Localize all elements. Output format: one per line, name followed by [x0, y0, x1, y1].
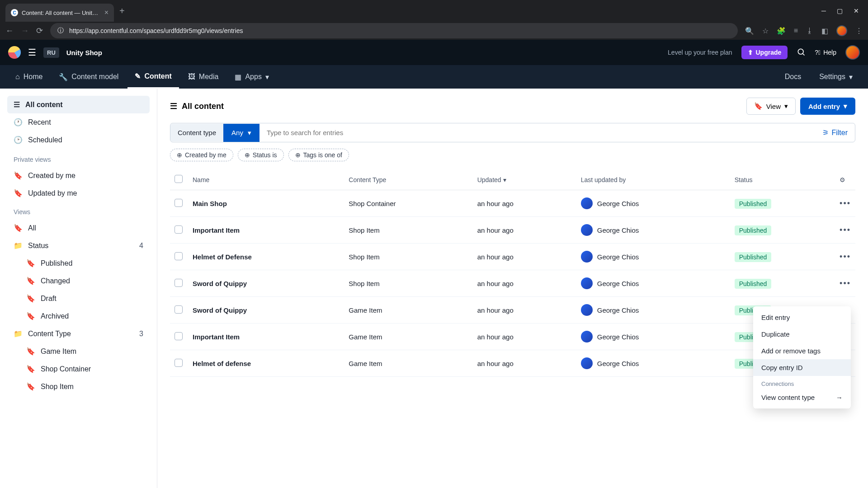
list-icon: ☰ — [14, 100, 20, 109]
nav-settings[interactable]: Settings ▾ — [812, 65, 860, 89]
row-checkbox[interactable] — [175, 225, 183, 234]
menu-copy-entry-id[interactable]: Copy entry ID — [753, 359, 851, 376]
extensions-icon[interactable]: 🧩 — [777, 27, 786, 35]
cell-name: Sword of Quippy — [188, 270, 344, 297]
profile-avatar-icon[interactable] — [836, 25, 847, 36]
browser-menu-icon[interactable]: ⋮ — [855, 27, 863, 35]
table-row[interactable]: Important Item Game Item an hour ago Geo… — [170, 324, 855, 350]
playlist-icon[interactable]: ≡ — [794, 27, 798, 35]
user-avatar-icon — [581, 331, 593, 343]
column-content-type[interactable]: Content Type — [344, 169, 472, 190]
sidebar-item-scheduled[interactable]: 🕑 Scheduled — [7, 131, 150, 149]
table-row[interactable]: Main Shop Shop Container an hour ago Geo… — [170, 190, 855, 217]
tab-title: Content: All content — Unity Sh — [22, 9, 101, 16]
minimize-icon[interactable]: ─ — [821, 7, 826, 14]
sidebar-item-status[interactable]: 📁 Status 4 — [7, 237, 150, 254]
sidebar-item-game-item[interactable]: 🔖Game Item — [20, 343, 150, 360]
cell-status: Published — [730, 190, 835, 217]
sidepanel-icon[interactable]: ◧ — [821, 27, 828, 35]
sidebar-item-shop-container[interactable]: 🔖Shop Container — [20, 360, 150, 378]
cell-updated: an hour ago — [473, 217, 576, 244]
close-window-icon[interactable]: ✕ — [854, 7, 859, 14]
contentful-logo-icon[interactable] — [8, 46, 21, 59]
menu-icon[interactable]: ☰ — [28, 47, 36, 58]
help-button[interactable]: ?⃝ Help — [815, 49, 836, 56]
select-all-checkbox[interactable] — [175, 175, 183, 183]
maximize-icon[interactable]: ▢ — [837, 7, 843, 14]
filter-button[interactable]: ⚞ Filter — [815, 123, 855, 142]
downloads-icon[interactable]: ⭳ — [806, 27, 813, 35]
cell-content-type: Game Item — [344, 297, 472, 324]
menu-duplicate[interactable]: Duplicate — [753, 326, 851, 343]
nav-media[interactable]: 🖼 Media — [181, 65, 226, 89]
row-checkbox[interactable] — [175, 359, 183, 367]
row-checkbox[interactable] — [175, 332, 183, 340]
sidebar-item-recent[interactable]: 🕐 Recent — [7, 113, 150, 131]
sidebar-item-archived[interactable]: 🔖Archived — [20, 307, 150, 325]
row-actions-button[interactable]: ••• — [840, 225, 851, 235]
space-name[interactable]: Unity Shop — [66, 49, 102, 56]
table-row[interactable]: Helmet of defense Game Item an hour ago … — [170, 350, 855, 377]
zoom-icon[interactable]: 🔍 — [745, 27, 754, 35]
content-type-select[interactable]: Any ▾ — [223, 124, 259, 142]
sidebar-item-published[interactable]: 🔖Published — [20, 254, 150, 272]
user-avatar-icon[interactable] — [845, 45, 860, 60]
gear-icon[interactable]: ⚙ — [840, 176, 845, 183]
sidebar-item-shop-item[interactable]: 🔖Shop Item — [20, 378, 150, 395]
bookmark-icon: 🔖 — [754, 102, 763, 110]
search-icon[interactable] — [797, 47, 806, 58]
column-status[interactable]: Status — [730, 169, 835, 190]
nav-docs[interactable]: Docs — [778, 65, 808, 89]
sidebar-item-all-content[interactable]: ☰ All content — [7, 96, 150, 113]
column-updated[interactable]: Updated▾ — [473, 169, 576, 190]
bookmark-icon: 🔖 — [14, 224, 23, 232]
site-info-icon[interactable]: ⓘ — [57, 27, 64, 35]
row-actions-button[interactable]: ••• — [840, 252, 851, 261]
add-entry-button[interactable]: Add entry ▾ — [800, 98, 855, 115]
row-checkbox[interactable] — [175, 199, 183, 207]
chip-tags[interactable]: ⊕Tags is one of — [288, 149, 349, 161]
sidebar-item-created-by-me[interactable]: 🔖 Created by me — [7, 167, 150, 184]
column-last-updated-by[interactable]: Last updated by — [576, 169, 730, 190]
back-icon[interactable]: ← — [5, 26, 14, 36]
new-tab-button[interactable]: + — [119, 6, 125, 16]
sidebar-item-draft[interactable]: 🔖Draft — [20, 290, 150, 307]
chip-created-by-me[interactable]: ⊕Created by me — [170, 149, 233, 161]
close-icon[interactable]: × — [104, 9, 108, 17]
nav-apps[interactable]: ▦ Apps ▾ — [227, 65, 276, 89]
table-row[interactable]: Important Item Shop Item an hour ago Geo… — [170, 217, 855, 244]
upgrade-button[interactable]: ⬆ Upgrade — [741, 46, 788, 59]
row-actions-button[interactable]: ••• — [840, 199, 851, 208]
table-row[interactable]: Sword of Quippy Shop Item an hour ago Ge… — [170, 270, 855, 297]
view-button[interactable]: 🔖 View ▾ — [746, 98, 796, 115]
row-checkbox[interactable] — [175, 279, 183, 287]
bookmark-icon[interactable]: ☆ — [762, 27, 769, 35]
forward-icon[interactable]: → — [21, 26, 29, 36]
nav-content-model[interactable]: 🔧 Content model — [52, 65, 126, 89]
help-icon: ?⃝ — [815, 49, 821, 56]
chip-status-is[interactable]: ⊕Status is — [238, 149, 284, 161]
sidebar-item-updated-by-me[interactable]: 🔖 Updated by me — [7, 184, 150, 202]
cell-content-type: Shop Item — [344, 217, 472, 244]
menu-view-content-type[interactable]: View content type → — [753, 389, 851, 406]
column-name[interactable]: Name — [188, 169, 344, 190]
row-actions-button[interactable]: ••• — [840, 279, 851, 288]
sidebar-item-changed[interactable]: 🔖Changed — [20, 272, 150, 290]
browser-tab[interactable]: C Content: All content — Unity Sh × — [5, 4, 114, 22]
sidebar-item-content-type[interactable]: 📁 Content Type 3 — [7, 325, 150, 343]
org-badge[interactable]: RU — [43, 47, 59, 58]
main-panel: ☰ All content 🔖 View ▾ Add entry ▾ Conte… — [157, 89, 868, 488]
nav-home[interactable]: ⌂ Home — [8, 65, 50, 89]
reload-icon[interactable]: ⟳ — [36, 26, 43, 36]
menu-edit-entry[interactable]: Edit entry — [753, 309, 851, 326]
table-row[interactable]: Sword of Quippy Game Item an hour ago Ge… — [170, 297, 855, 324]
search-input[interactable] — [259, 124, 816, 141]
menu-add-remove-tags[interactable]: Add or remove tags — [753, 343, 851, 359]
row-checkbox[interactable] — [175, 252, 183, 260]
cell-last-updated-by: George Chios — [576, 217, 730, 244]
sidebar-item-all[interactable]: 🔖 All — [7, 219, 150, 237]
table-row[interactable]: Helmet of Defense Shop Item an hour ago … — [170, 244, 855, 270]
nav-content[interactable]: ✎ Content — [127, 65, 179, 89]
url-input[interactable]: ⓘ https://app.contentful.com/spaces/urdf… — [50, 23, 738, 38]
row-checkbox[interactable] — [175, 305, 183, 314]
